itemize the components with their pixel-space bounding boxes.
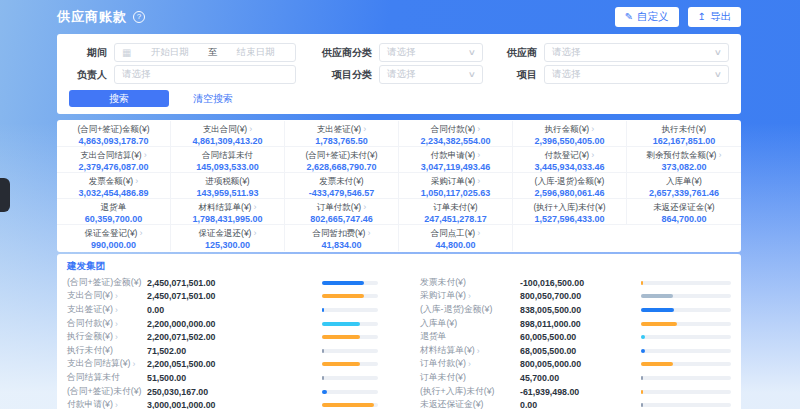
detail-row[interactable]: 执行未付(¥)› 71,502.00: [67, 344, 378, 358]
search-button[interactable]: 搜索: [69, 90, 169, 107]
detail-row[interactable]: (入库-退货)金额(¥)› 838,005,500.00: [420, 303, 731, 317]
metric-card[interactable]: 合同付款(¥)› 2,234,382,554.00: [399, 121, 513, 147]
project-category-select[interactable]: 请选择 ∨: [379, 65, 483, 84]
detail-row[interactable]: 发票未付(¥)› -100,016,500.00: [420, 276, 731, 290]
detail-row-value: 898,011,000.00: [520, 319, 641, 329]
customize-label: 自定义: [637, 10, 669, 24]
chevron-right-icon: ›: [253, 202, 256, 212]
metric-card[interactable]: 入库单(¥)› 2,657,339,761.46: [627, 173, 741, 199]
chevron-right-icon: ›: [363, 124, 366, 134]
detail-row[interactable]: 支出签证(¥)› 0.00: [67, 303, 378, 317]
owner-placeholder: 请选择: [122, 68, 151, 81]
supplier-select[interactable]: 请选择 ∨: [544, 43, 729, 62]
metric-card[interactable]: (合同+签证)金额(¥)› 4,863,093,178.70: [57, 121, 171, 147]
metric-card[interactable]: 保证金登记(¥)› 990,000.00: [57, 225, 171, 251]
detail-row-label: 未返还保证金(¥)›: [420, 399, 520, 409]
detail-row[interactable]: 支出合同(¥)› 2,450,071,501.00: [67, 290, 378, 304]
detail-row[interactable]: (合同+签证)金额(¥)› 2,450,071,501.00: [67, 276, 378, 290]
detail-row[interactable]: (合同+签证)未付(¥)› 250,030,167.00: [67, 385, 378, 399]
detail-row[interactable]: 支出合同结算(¥)› 2,200,051,500.00: [67, 358, 378, 372]
metric-card[interactable]: 发票金额(¥)› 3,032,454,486.89: [57, 173, 171, 199]
metric-value: 4,863,093,178.70: [57, 135, 170, 147]
detail-row[interactable]: 订单未付(¥)› 45,700.00: [420, 371, 731, 385]
metric-card[interactable]: 采购订单(¥)› 1,050,117,025.63: [399, 173, 513, 199]
detail-row-value: 68,005,500.00: [520, 346, 641, 356]
detail-row[interactable]: 未返还保证金(¥)› 0.00: [420, 398, 731, 409]
start-date-placeholder[interactable]: 开始日期: [137, 46, 202, 59]
detail-row-label: 发票未付(¥)›: [420, 277, 520, 289]
metric-label: 订单付款(¥)›: [285, 202, 398, 213]
titlebar: 供应商账款 ? ✎ 自定义 ↥ 导出: [57, 0, 741, 34]
progress-bar: [322, 335, 378, 339]
metric-card[interactable]: 剩余预付款金额(¥)› 373,082.00: [627, 147, 741, 173]
metrics-grid: (合同+签证)金额(¥)› 4,863,093,178.70 支出合同(¥)› …: [57, 121, 741, 251]
metric-label: 付款登记(¥)›: [513, 150, 626, 161]
metric-card[interactable]: 订单未付(¥)› 247,451,278.17: [399, 199, 513, 225]
supplier-category-select[interactable]: 请选择 ∨: [379, 43, 483, 62]
detail-row-label: 支出合同结算(¥)›: [67, 358, 147, 370]
detail-row[interactable]: 合同付款(¥)› 2,200,000,000.00: [67, 317, 378, 331]
metric-card[interactable]: (合同+签证)未付(¥)› 2,628,668,790.70: [285, 147, 399, 173]
metric-card[interactable]: 保证金退还(¥)› 125,300.00: [171, 225, 285, 251]
detail-row[interactable]: 采购订单(¥)› 800,050,700.00: [420, 290, 731, 304]
detail-row[interactable]: 退货单› 60,005,500.00: [420, 330, 731, 344]
date-range-input[interactable]: ▦ 开始日期 至 结束日期: [114, 43, 296, 62]
metric-value: 3,032,454,486.89: [57, 187, 170, 199]
owner-select[interactable]: 请选择: [114, 65, 296, 84]
project-label: 项目: [497, 68, 537, 82]
metric-card[interactable]: 合同暂扣费(¥)› 41,834.00: [285, 225, 399, 251]
clear-search-link[interactable]: 清空搜索: [193, 92, 233, 106]
metric-value: 3,047,119,493.46: [399, 161, 512, 173]
metric-value: 247,451,278.17: [399, 213, 512, 225]
metric-value: 2,628,668,790.70: [285, 161, 398, 173]
detail-row[interactable]: 合同结算未付› 51,500.00: [67, 371, 378, 385]
chevron-right-icon: ›: [718, 150, 721, 160]
end-date-placeholder[interactable]: 结束日期: [223, 46, 288, 59]
project-select[interactable]: 请选择 ∨: [544, 65, 729, 84]
metric-value: -433,479,546.57: [285, 187, 398, 199]
metric-card[interactable]: 发票未付(¥)› -433,479,546.57: [285, 173, 399, 199]
progress-bar-fill: [322, 281, 364, 285]
metric-value: 162,167,851.00: [627, 135, 741, 147]
drawer-handle[interactable]: [0, 178, 10, 212]
help-icon[interactable]: ?: [133, 11, 145, 23]
detail-row[interactable]: 入库单(¥)› 898,011,000.00: [420, 317, 731, 331]
metric-card[interactable]: 退货单› 60,359,700.00: [57, 199, 171, 225]
metric-card[interactable]: 执行未付(¥)› 162,167,851.00: [627, 121, 741, 147]
date-to-label: 至: [208, 46, 218, 59]
metric-card[interactable]: 材料结算单(¥)› 1,798,431,995.00: [171, 199, 285, 225]
customize-button[interactable]: ✎ 自定义: [615, 7, 679, 27]
chevron-right-icon: ›: [115, 305, 118, 315]
detail-row[interactable]: 执行金额(¥)› 2,200,071,502.00: [67, 330, 378, 344]
detail-row[interactable]: 订单付款(¥)› 800,005,000.00: [420, 358, 731, 372]
metric-card[interactable]: 未返还保证金(¥)› 864,700.00: [627, 199, 741, 225]
detail-row[interactable]: 付款申请(¥)› 3,000,001,000.00: [67, 398, 378, 409]
progress-bar: [641, 390, 731, 394]
export-button[interactable]: ↥ 导出: [688, 7, 741, 27]
metric-card[interactable]: 合同结算未付› 145,093,533.00: [171, 147, 285, 173]
metric-card[interactable]: 合同点工(¥)› 44,800.00: [399, 225, 513, 251]
metric-card[interactable]: 付款登记(¥)› 3,445,934,033.46: [513, 147, 627, 173]
detail-row-label: 执行未付(¥)›: [67, 345, 147, 357]
detail-row-label: 入库单(¥)›: [420, 318, 520, 330]
metric-card[interactable]: 进项税额(¥)› 143,959,511.93: [171, 173, 285, 199]
metric-card[interactable]: 支出合同(¥)› 4,861,309,413.20: [171, 121, 285, 147]
metric-label: 保证金退还(¥)›: [171, 228, 284, 239]
detail-row-value: 71,502.00: [147, 346, 322, 356]
detail-row[interactable]: (执行+入库)未付(¥)› -61,939,498.00: [420, 385, 731, 399]
detail-row[interactable]: 材料结算单(¥)› 68,005,500.00: [420, 344, 731, 358]
metric-card[interactable]: 支出合同结算(¥)› 2,379,476,087.00: [57, 147, 171, 173]
chevron-right-icon: ›: [591, 150, 594, 160]
metric-card[interactable]: (入库-退货)金额(¥)› 2,596,980,061.46: [513, 173, 627, 199]
metric-value: 2,596,980,061.46: [513, 187, 626, 199]
detail-row-value: 51,500.00: [147, 373, 322, 383]
metric-card[interactable]: 付款申请(¥)› 3,047,119,493.46: [399, 147, 513, 173]
chevron-right-icon: ›: [477, 176, 480, 186]
group-link[interactable]: 建发集团: [67, 260, 731, 273]
metric-card[interactable]: 订单付款(¥)› 802,665,747.46: [285, 199, 399, 225]
metric-card[interactable]: 执行金额(¥)› 2,396,550,405.00: [513, 121, 627, 147]
metric-label: 进项税额(¥)›: [171, 176, 284, 187]
detail-row-label: 订单未付(¥)›: [420, 372, 520, 384]
metric-card[interactable]: 支出签证(¥)› 1,783,765.50: [285, 121, 399, 147]
metric-card[interactable]: (执行+入库)未付(¥)› 1,527,596,433.00: [513, 199, 627, 225]
